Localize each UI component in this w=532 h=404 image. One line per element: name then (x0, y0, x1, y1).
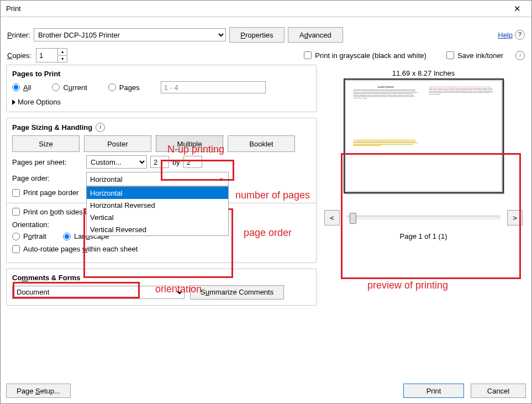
copies-label: Copies: (7, 51, 31, 60)
printer-row: Printer: Brother DCP-J105 Printer Proper… (6, 22, 526, 45)
tab-multiple[interactable]: Multiple (156, 135, 223, 152)
page-order-label: Page order: (12, 172, 83, 182)
preview-dimensions: 11.69 x 8.27 Inches (392, 69, 455, 77)
properties-button[interactable]: Properties (229, 27, 285, 43)
preview-page-thumbnail: Lorem ipsum dolor sit amet, consectetur … (350, 138, 422, 187)
nup-cols-input[interactable] (150, 156, 169, 168)
cancel-button[interactable]: Cancel (471, 384, 526, 398)
sizing-tabs: Size Poster Multiple Booklet (12, 135, 310, 152)
page-order-dropdown-list: Horizontal Horizontal Reversed Vertical … (86, 186, 229, 236)
advanced-button[interactable]: Advanced (288, 27, 343, 43)
copies-up-icon[interactable]: ▲ (58, 49, 67, 56)
comments-forms-group: Comments & Forms Document Summarize Comm… (6, 269, 317, 306)
pages-to-print-group: Pages to Print All Current Pages (6, 65, 317, 112)
tab-size[interactable]: Size (12, 135, 80, 152)
save-ink-label: Save ink/toner (457, 51, 503, 60)
pages-current-radio[interactable]: Current (52, 83, 87, 92)
pages-per-sheet-select[interactable]: Custom... (86, 155, 147, 169)
nup-by-label: by (172, 158, 180, 166)
grayscale-label: Print in grayscale (black and white) (315, 51, 426, 60)
page-order-option[interactable]: Horizontal Reversed (87, 199, 228, 211)
page-order-option[interactable]: Horizontal (87, 187, 228, 199)
pages-to-print-title: Pages to Print (12, 70, 310, 78)
summarize-comments-button[interactable]: Summarize Comments (190, 285, 284, 300)
page-order-option[interactable]: Vertical Reversed (87, 223, 228, 235)
preview-page-info: Page 1 of 1 (1) (400, 232, 447, 240)
preview-prev-button[interactable]: < (324, 210, 340, 225)
page-order-option[interactable]: Vertical (87, 211, 228, 223)
portrait-radio[interactable]: Portrait (12, 232, 46, 240)
preview-next-button[interactable]: > (507, 210, 523, 225)
preview-page-thumbnail (426, 138, 497, 187)
printer-label: Printer: (7, 31, 30, 39)
chevron-down-icon: ▾ (216, 176, 226, 182)
tab-poster[interactable]: Poster (84, 135, 151, 152)
copies-spinner[interactable]: ▲ ▼ (36, 48, 67, 62)
comments-forms-title: Comments & Forms (12, 274, 310, 282)
preview-page-thumbnail: Lorem Ipsum Lorem ipsum dolor sit amet, … (350, 85, 422, 134)
info-icon[interactable]: i (515, 51, 525, 60)
copies-input[interactable] (36, 49, 57, 62)
preview-pager: < > (321, 210, 526, 225)
preview-sheet: Lorem Ipsum Lorem ipsum dolor sit amet, … (344, 78, 504, 193)
help-icon[interactable]: ? (515, 30, 525, 40)
info-icon[interactable]: i (96, 123, 105, 132)
pages-range-radio[interactable]: Pages (108, 83, 140, 92)
copies-down-icon[interactable]: ▼ (58, 56, 67, 62)
page-setup-button[interactable]: Page Setup... (6, 384, 71, 398)
dialog-content: Printer: Brother DCP-J105 Printer Proper… (1, 17, 531, 317)
titlebar: Print ✕ (1, 1, 531, 17)
help-link[interactable]: Help (498, 31, 513, 39)
page-sizing-group: Page Sizing & Handling i Size Poster Mul… (6, 118, 317, 263)
pages-range-input[interactable] (161, 81, 266, 93)
save-ink-checkbox[interactable]: Save ink/toner (446, 51, 503, 60)
pages-per-sheet-label: Pages per sheet: (12, 158, 83, 166)
copies-row: Copies: ▲ ▼ Print in grayscale (black an… (6, 45, 526, 65)
print-border-label: Print page border (23, 188, 78, 197)
printer-select[interactable]: Brother DCP-J105 Printer (34, 28, 226, 41)
print-border-checkbox[interactable]: Print page border (12, 188, 78, 197)
auto-rotate-checkbox[interactable]: Auto-rotate pages within each sheet (12, 245, 138, 253)
nup-rows-input[interactable] (183, 156, 202, 168)
page-sizing-title: Page Sizing & Handling (12, 123, 92, 132)
print-dialog-window: Print ✕ Printer: Brother DCP-J105 Printe… (0, 0, 532, 404)
print-button[interactable]: Print (403, 384, 464, 398)
preview-zoom-slider[interactable] (346, 216, 501, 220)
triangle-right-icon (12, 99, 15, 105)
preview-area: 11.69 x 8.27 Inches Lorem Ipsum Lorem ip… (321, 66, 526, 240)
comments-select[interactable]: Document (12, 286, 185, 299)
slider-thumb-icon[interactable] (350, 213, 356, 224)
preview-page-thumbnail: Lorem ipsum dolor sit amet, consectetur … (426, 85, 497, 134)
tab-booklet[interactable]: Booklet (228, 135, 295, 152)
grayscale-checkbox[interactable]: Print in grayscale (black and white) (304, 51, 426, 60)
pages-all-radio[interactable]: All (12, 83, 31, 92)
close-icon[interactable]: ✕ (506, 1, 528, 17)
dialog-footer: Page Setup... Print Cancel (6, 384, 526, 398)
window-title: Print (6, 4, 506, 13)
page-order-select[interactable]: Horizontal ▾ (86, 172, 229, 186)
more-options-toggle[interactable]: More Options (12, 98, 310, 106)
